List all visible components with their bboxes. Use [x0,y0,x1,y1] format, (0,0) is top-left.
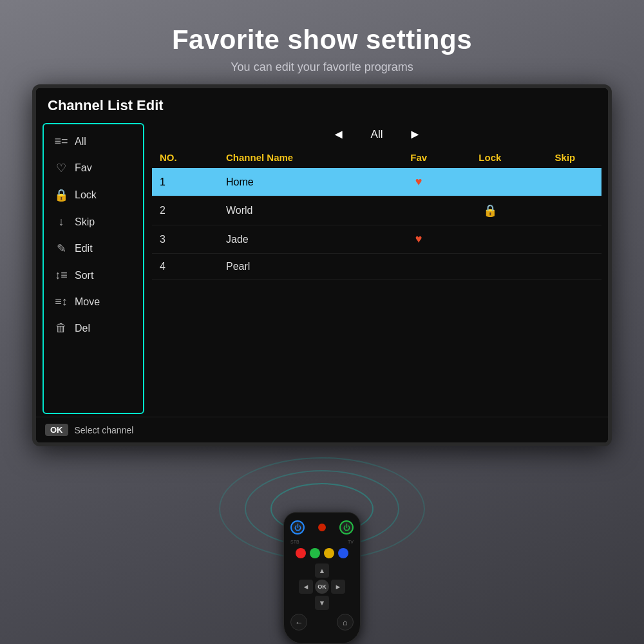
red-button[interactable] [296,548,306,558]
nav-right-arrow[interactable]: ► [408,127,421,142]
channel-fav [386,254,451,280]
list-icon: ≡= [54,135,68,148]
sort-icon: ↕≡ [54,269,68,282]
channel-name: Home [218,168,386,196]
sidebar-item-move[interactable]: ≡↕ Move [44,289,143,315]
sidebar: ≡= All ♡ Fav 🔒 Lock ↓ Skip ✎ Edit [43,123,144,414]
tv-screen: Channel List Edit ≡= All ♡ Fav 🔒 Lock ↓ [36,88,608,442]
nav-left-arrow[interactable]: ◄ [332,127,345,142]
fav-heart-icon: ♥ [415,175,422,188]
sidebar-item-del[interactable]: 🗑 Del [44,315,143,341]
heart-outline-icon: ♡ [54,161,68,175]
table-row[interactable]: 3Jade♥ [152,225,601,254]
lock-status-icon: 🔒 [483,204,497,217]
sidebar-label-sort: Sort [75,270,93,281]
sidebar-label-skip: Skip [75,216,95,228]
table-row[interactable]: 2World🔒 [152,196,601,225]
remote-top-row: ⏻ ⏻ [290,520,354,535]
channel-skip [529,196,601,225]
col-header-skip: Skip [529,147,601,168]
status-bar: OK Select channel [36,417,608,442]
sidebar-item-lock[interactable]: 🔒 Lock [44,182,143,209]
sidebar-item-all[interactable]: ≡= All [44,128,143,155]
fav-heart-icon: ♥ [415,232,422,245]
green-button[interactable] [310,548,320,558]
sidebar-label-fav: Fav [75,162,92,174]
channel-no: 2 [152,196,218,225]
page-title: Favorite show settings [0,24,644,55]
channel-name: Pearl [218,254,386,280]
channel-lock: 🔒 [451,196,529,225]
right-panel: ◄ All ► NO. Channel Name Fav Lock Skip [149,120,608,417]
nav-pad: ▲ ◄ OK ► ▼ [290,564,354,610]
remote-container: ⏻ ⏻ STB TV ▲ ◄ OK ► [283,512,361,644]
sidebar-label-del: Del [75,323,90,334]
sidebar-item-fav[interactable]: ♡ Fav [44,155,143,182]
table-row[interactable]: 4Pearl [152,254,601,280]
edit-icon: ✎ [54,242,68,256]
color-buttons [290,548,354,558]
yellow-button[interactable] [324,548,334,558]
nav-left-button[interactable]: ◄ [299,580,313,594]
category-nav: ◄ All ► [152,120,601,147]
screen-title: Channel List Edit [36,88,608,120]
blue-button[interactable] [338,548,348,558]
channel-name: Jade [218,225,386,254]
channel-no: 3 [152,225,218,254]
channel-table: NO. Channel Name Fav Lock Skip 1Home♥2Wo… [152,147,601,280]
nav-right-button[interactable]: ► [331,580,345,594]
col-header-lock: Lock [451,147,529,168]
record-button[interactable] [318,524,326,531]
power-stb-button[interactable]: ⏻ [290,520,305,535]
sidebar-label-all: All [75,136,86,147]
skip-icon: ↓ [54,215,68,229]
channel-skip [529,225,601,254]
channel-lock [451,225,529,254]
screen-body: ≡= All ♡ Fav 🔒 Lock ↓ Skip ✎ Edit [36,120,608,417]
ok-button[interactable]: OK [315,580,329,594]
lock-icon: 🔒 [54,188,68,202]
nav-up-button[interactable]: ▲ [315,564,329,578]
channel-lock [451,254,529,280]
ok-badge: OK [45,424,68,436]
status-text: Select channel [75,425,134,435]
channel-name: World [218,196,386,225]
channel-skip [529,254,601,280]
sidebar-item-sort[interactable]: ↕≡ Sort [44,262,143,289]
page-subtitle: You can edit your favorite programs [0,61,644,74]
nav-down-button[interactable]: ▼ [315,596,329,610]
channel-skip [529,168,601,196]
channel-no: 4 [152,254,218,280]
nav-category-label: All [371,128,383,141]
move-icon: ≡↕ [54,295,68,308]
channel-no: 1 [152,168,218,196]
power-tv-button[interactable]: ⏻ [339,520,354,535]
channel-fav: ♥ [386,225,451,254]
channel-fav: ♥ [386,168,451,196]
remote-labels: STB TV [290,540,354,544]
channel-lock [451,168,529,196]
trash-icon: 🗑 [54,321,68,335]
table-row[interactable]: 1Home♥ [152,168,601,196]
col-header-name: Channel Name [218,147,386,168]
remote-control: ⏻ ⏻ STB TV ▲ ◄ OK ► [283,512,361,644]
sidebar-item-edit[interactable]: ✎ Edit [44,235,143,262]
sidebar-label-edit: Edit [75,243,93,254]
tv-frame: Channel List Edit ≡= All ♡ Fav 🔒 Lock ↓ [32,84,612,446]
home-button[interactable]: ⌂ [337,614,354,630]
col-header-no: NO. [152,147,218,168]
sidebar-label-move: Move [75,296,100,308]
remote-bottom-row: ← ⌂ [290,614,354,630]
back-button[interactable]: ← [290,614,307,630]
channel-fav [386,196,451,225]
col-header-fav: Fav [386,147,451,168]
sidebar-item-skip[interactable]: ↓ Skip [44,209,143,235]
sidebar-label-lock: Lock [75,189,97,201]
